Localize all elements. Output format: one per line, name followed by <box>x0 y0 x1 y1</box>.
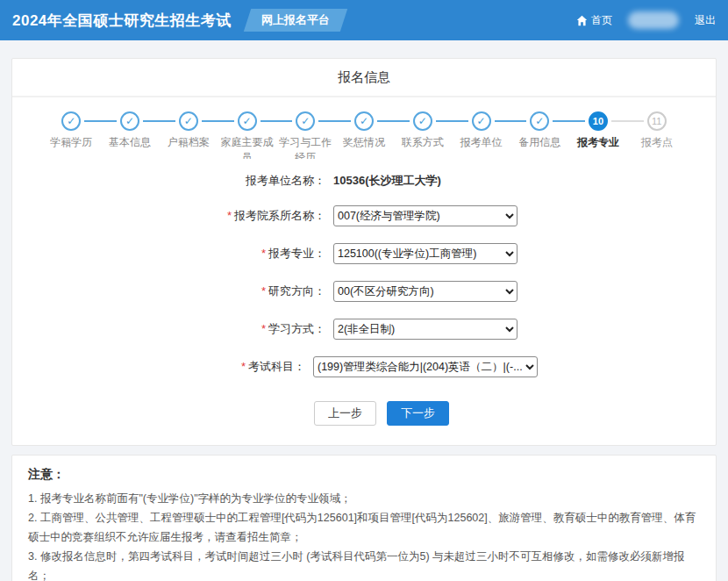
department-row: *报考院系所名称： 007(经济与管理学院) <box>12 205 663 226</box>
notice-item-1: 1. 报考专业名称前面有"(专业学位)"字样的为专业学位的专业领域； <box>28 490 700 509</box>
required-asterisk: * <box>227 209 232 222</box>
check-icon: ✓ <box>67 116 75 126</box>
check-icon: ✓ <box>301 116 310 126</box>
major-form: 报考单位名称： 10536(长沙理工大学) *报考院系所名称： 007(经济与管… <box>12 159 716 377</box>
home-icon <box>576 15 588 26</box>
platform-badge: 网上报名平台 <box>244 9 347 32</box>
page-title: 报名信息 <box>12 59 716 97</box>
major-label: *报考专业： <box>158 246 333 262</box>
step-circle: ✓ <box>530 111 549 131</box>
department-select[interactable]: 007(经济与管理学院) <box>333 205 517 226</box>
step-label: 学习与工作经历 <box>276 135 335 159</box>
next-step-button[interactable]: 下一步 <box>387 401 449 426</box>
step-number: 10 <box>589 111 608 131</box>
major-row: *报考专业： 125100((专业学位)工商管理) <box>12 243 663 264</box>
step-label: 奖惩情况 <box>335 135 394 150</box>
step-household[interactable]: ✓ 户籍档案 <box>159 111 218 159</box>
step-school-record[interactable]: ✓ 学籍学历 <box>42 111 101 159</box>
required-asterisk: * <box>261 284 266 298</box>
exam-subjects-select[interactable]: (199)管理类综合能力|(204)英语（二）|(-... <box>313 356 538 377</box>
step-label: 报考单位 <box>452 135 510 150</box>
step-circle: ✓ <box>179 111 198 131</box>
step-label: 联系方式 <box>393 135 452 150</box>
notice-panel: 注意： 1. 报考专业名称前面有"(专业学位)"字样的为专业学位的专业领域； 2… <box>11 455 717 581</box>
step-number: 11 <box>647 111 667 131</box>
required-asterisk: * <box>261 322 266 335</box>
step-label: 家庭主要成员 <box>218 135 276 159</box>
progress-stepper: ✓ 学籍学历 ✓ 基本信息 ✓ 户籍档案 ✓ 家庭主要成员 ✓ 学习与工作经历 … <box>12 97 716 159</box>
research-direction-row: *研究方向： 00(不区分研究方向) <box>12 281 663 302</box>
notice-item-2: 2. 工商管理、公共管理、工程管理硕士中的工程管理[代码为125601]和项目管… <box>28 509 700 548</box>
logout-link[interactable]: 退出 <box>695 13 716 28</box>
page-body: 报名信息 ✓ 学籍学历 ✓ 基本信息 ✓ 户籍档案 ✓ 家庭主要成员 ✓ 学习与… <box>0 40 728 581</box>
home-label: 首页 <box>591 13 612 28</box>
step-contact[interactable]: ✓ 联系方式 <box>393 111 452 159</box>
form-buttons: 上一步 下一步 <box>47 394 716 445</box>
unit-name-value: 10536(长沙理工大学) <box>333 173 517 189</box>
header-actions: 首页 退出 <box>576 11 716 29</box>
step-label: 报考点 <box>627 135 686 150</box>
department-label: *报考院系所名称： <box>158 208 333 224</box>
step-target-major-current[interactable]: 10 报考专业 <box>569 111 628 159</box>
study-mode-row: *学习方式： 2(非全日制) <box>12 319 663 340</box>
step-circle: ✓ <box>472 111 491 131</box>
research-direction-select[interactable]: 00(不区分研究方向) <box>333 281 517 302</box>
check-icon: ✓ <box>243 116 252 126</box>
exam-subjects-row: *考试科目： (199)管理类综合能力|(204)英语（二）|(-... <box>12 356 663 377</box>
username-redacted <box>628 11 679 29</box>
step-backup-info[interactable]: ✓ 备用信息 <box>510 111 569 159</box>
exam-subjects-label: *考试科目： <box>138 359 313 375</box>
required-asterisk: * <box>261 247 266 260</box>
step-basic-info[interactable]: ✓ 基本信息 <box>101 111 160 159</box>
step-label: 户籍档案 <box>159 135 218 150</box>
step-label: 基本信息 <box>101 135 160 150</box>
step-circle: ✓ <box>413 111 432 131</box>
step-circle: ✓ <box>354 111 374 131</box>
notice-item-3: 3. 修改报名信息时，第四考试科目，考试时间超过三小时 (考试科目代码第一位为5… <box>28 548 700 581</box>
step-label: 学籍学历 <box>42 135 101 150</box>
step-label: 备用信息 <box>510 135 569 150</box>
notice-title: 注意： <box>28 467 700 483</box>
home-link[interactable]: 首页 <box>576 13 612 28</box>
step-circle: ✓ <box>296 111 315 131</box>
registration-panel: 报名信息 ✓ 学籍学历 ✓ 基本信息 ✓ 户籍档案 ✓ 家庭主要成员 ✓ 学习与… <box>11 58 717 446</box>
step-label: 报考专业 <box>569 135 628 150</box>
required-asterisk: * <box>241 360 246 373</box>
step-circle: ✓ <box>238 111 257 131</box>
step-rewards-punishments[interactable]: ✓ 奖惩情况 <box>335 111 394 159</box>
check-icon: ✓ <box>476 116 485 126</box>
major-select[interactable]: 125100((专业学位)工商管理) <box>333 243 517 264</box>
check-icon: ✓ <box>125 116 134 126</box>
check-icon: ✓ <box>418 116 427 126</box>
study-mode-label: *学习方式： <box>158 321 333 337</box>
unit-name-row: 报考单位名称： 10536(长沙理工大学) <box>12 173 663 189</box>
step-circle: ✓ <box>61 111 81 131</box>
app-header: 2024年全国硕士研究生招生考试 网上报名平台 首页 退出 <box>0 0 728 40</box>
step-family-members[interactable]: ✓ 家庭主要成员 <box>218 111 276 159</box>
study-mode-select[interactable]: 2(非全日制) <box>333 319 517 340</box>
step-study-work[interactable]: ✓ 学习与工作经历 <box>276 111 335 159</box>
check-icon: ✓ <box>535 116 544 126</box>
research-direction-label: *研究方向： <box>158 283 333 299</box>
step-target-unit[interactable]: ✓ 报考单位 <box>452 111 510 159</box>
step-exam-site[interactable]: 11 报考点 <box>627 111 686 159</box>
check-icon: ✓ <box>360 116 368 126</box>
platform-badge-label: 网上报名平台 <box>261 12 330 28</box>
unit-name-label: 报考单位名称： <box>158 173 333 189</box>
step-circle: ✓ <box>120 111 139 131</box>
check-icon: ✓ <box>184 116 193 126</box>
app-title: 2024年全国硕士研究生招生考试 <box>12 11 232 31</box>
previous-step-button[interactable]: 上一步 <box>314 401 376 426</box>
